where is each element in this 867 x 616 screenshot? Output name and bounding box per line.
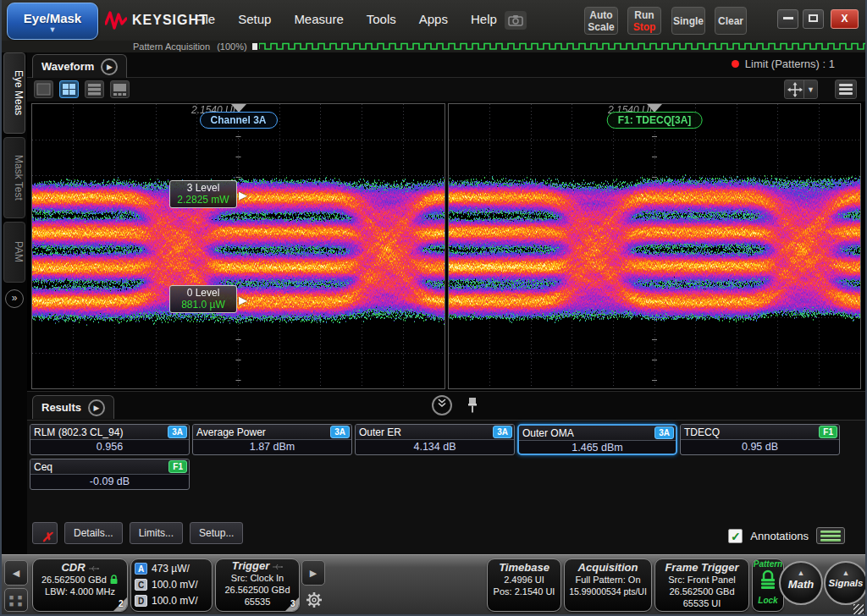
annotation-style-button[interactable] [816,527,845,544]
close-button[interactable]: X [831,9,859,29]
tab-results[interactable]: Results ▶ [32,395,114,419]
single-button[interactable]: Single [671,7,705,35]
cdr-panel[interactable]: CDR 26.562500 GBd LBW: 4.000 MHz 2 [32,558,128,612]
hamburger-icon [839,82,853,96]
measurement-value: -0.09 dB [30,475,189,489]
level3-annotation[interactable]: 3 Level 2.2825 mW [169,180,237,208]
keysight-spark-icon [105,10,127,30]
display-menu-button[interactable] [835,80,857,99]
pattern-progress-block [252,43,257,50]
source-pill-channel3a[interactable]: Channel 3A [199,112,277,129]
menu-apps[interactable]: Apps [419,12,448,26]
results-header-tools [432,395,478,415]
delete-measurement-button[interactable]: ✗ [32,522,58,544]
math-button[interactable]: ▲ Math [779,561,823,605]
pattern-lock-bottom-label: Lock [753,596,783,605]
acquisition-title: Acquisition [565,561,651,574]
auto-scale-line2: Scale [588,21,614,33]
menu-setup[interactable]: Setup [238,12,271,26]
status-bar: ◀ ■ ■■ ■ CDR 26.562500 GBd LBW: 4.000 MH… [2,554,865,616]
sidebar-tab-mask-test[interactable]: Mask Test [3,137,25,218]
settings-button[interactable] [302,588,325,612]
measurement-card-tdecq[interactable]: TDECQF1 0.95 dB [680,424,840,455]
left-sidebar: Eye Meas Mask Test PAM » [2,52,27,554]
measurement-value: 4.134 dB [356,440,514,454]
eye-mask-mode-button[interactable]: Eye/Mask ▼ [7,3,98,40]
minimize-button[interactable] [777,9,798,29]
waveform-tab-menu-icon[interactable]: ▶ [101,58,118,75]
signals-button[interactable]: ▲ Signals [824,561,867,605]
menu-measure[interactable]: Measure [294,12,343,26]
waveform-pane-tdecq[interactable]: 2.1540 UI F1: TDECQ[3A] [448,103,861,389]
channel-scale-panel[interactable]: A473 µW/ C100.0 mV/ D100.0 mV/ [130,558,213,612]
pan-tool-button[interactable]: ▼ [784,80,818,99]
results-tab-menu-icon[interactable]: ▶ [88,399,105,416]
trigger-panel[interactable]: Trigger Src: Clock In 26.562500 GBd 6553… [215,558,300,612]
measurement-value: 1.87 dBm [193,440,351,454]
menu-help[interactable]: Help [471,12,497,26]
sidebar-tab-eye-meas[interactable]: Eye Meas [3,52,25,134]
layout-main-thumbs-button[interactable] [110,80,130,98]
run-stop-button[interactable]: Run Stop [627,7,661,35]
statusbar-next-button[interactable]: ▶ [301,560,325,586]
measurement-name: Average Power [196,426,266,438]
measurement-card-ceq[interactable]: CeqF1 -0.09 dB [30,459,190,490]
maximize-button[interactable] [803,9,824,29]
channel-a-badge: A [135,563,147,575]
timebase-panel[interactable]: Timebase 2.4996 UI Pos: 2.1540 UI [487,558,561,612]
timebase-title: Timebase [488,561,561,574]
cdr-title: CDR [61,561,85,574]
layout-single-icon [35,81,52,97]
layout-single-button[interactable] [34,80,53,98]
waveform-pane-channel3a[interactable]: 2.1540 UI Channel 3A 3 Level 2.2825 mW ▶… [31,103,445,389]
measurement-card-average-power[interactable]: Average Power3A 1.87 dBm [192,424,352,455]
pin-icon[interactable] [467,397,478,414]
acquisition-panel[interactable]: Acquisition Full Pattern: On 15.99000534… [564,558,652,612]
auto-scale-button[interactable]: Auto Scale [584,7,618,35]
measurement-name: TDECQ [684,426,720,438]
measurement-card-outer-oma[interactable]: Outer OMA3A 1.465 dBm [517,424,677,455]
sidebar-expand-button[interactable]: » [5,289,24,308]
setup-button[interactable]: Setup... [190,522,243,544]
collapse-results-button[interactable] [432,395,452,415]
frame-trigger-panel[interactable]: Frame Trigger Src: Front Panel 26.562500… [654,558,749,612]
pan-tool-dropdown-icon[interactable]: ▼ [803,80,815,98]
timebase-position: Pos: 2.1540 UI [488,586,561,597]
cdr-corner-number: 2 [113,597,127,611]
pattern-lock-icon [759,569,777,591]
details-button[interactable]: Details... [64,522,123,544]
up-arrow-icon: ▲ [781,568,821,578]
cdr-rate: 26.562500 GBd [41,575,107,585]
measurement-value: 0.956 [30,440,189,454]
measurement-name: Outer OMA [522,427,574,439]
sidebar-tab-pam[interactable]: PAM [3,222,25,283]
menu-tools[interactable]: Tools [367,12,396,26]
level0-annotation[interactable]: 0 Level 881.0 µW [169,285,237,313]
pattern-waveform-strip [259,41,865,52]
menu-file[interactable]: File [195,12,215,26]
annotations-label: Annotations [750,530,809,542]
tab-waveform[interactable]: Waveform ▶ [32,54,127,78]
layout-rows-button[interactable] [85,80,104,98]
frame-trigger-rate: 26.562500 GBd [655,586,748,597]
limits-button[interactable]: Limits... [130,522,183,544]
source-pill-tdecq[interactable]: F1: TDECQ[3A] [607,112,703,129]
pattern-acquisition-label: Pattern Acquisition [133,41,210,52]
waveform-tab-label: Waveform [41,60,94,73]
measurement-card-outer-er[interactable]: Outer ER3A 4.134 dB [355,424,515,455]
clear-button[interactable]: Clear [715,7,747,35]
up-arrow-icon: ▲ [826,568,866,578]
measurement-name: Outer ER [359,426,401,438]
layout-quad-button[interactable] [59,80,79,98]
screenshot-button[interactable] [505,11,527,30]
measurement-card-rlm[interactable]: RLM (802.3 CL_94)3A 0.956 [30,424,190,455]
flexdca-window: Eye/Mask ▼ KEYSIGHT File Setup Measure T… [0,0,867,616]
pattern-lock-top-label: Pattern [753,559,783,569]
resize-grip[interactable] [853,604,864,614]
source-badge: 3A [168,426,187,438]
statusbar-grid-button[interactable]: ■ ■■ ■ [4,588,28,612]
annotations-checkbox[interactable]: ✓ [728,529,743,543]
statusbar-prev-button[interactable]: ◀ [4,560,28,586]
frame-trigger-title: Frame Trigger [655,561,748,574]
keysight-logo: KEYSIGHT [105,10,208,30]
